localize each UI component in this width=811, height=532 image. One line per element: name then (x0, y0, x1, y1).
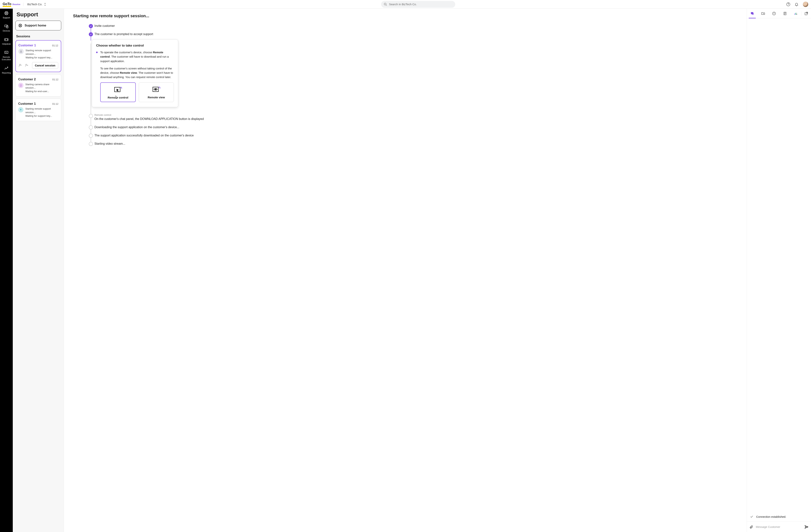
message-bar (747, 521, 811, 532)
option-label: Remote control (108, 96, 128, 99)
search-input[interactable]: Search in BizTech Co. (381, 1, 455, 8)
session-time: 01:12 (52, 78, 58, 81)
step-label: On the customer's chat panel, the DOWNLO… (94, 117, 738, 121)
rail-item-remote-execution[interactable]: Remote Execution (0, 50, 13, 61)
send-icon[interactable] (804, 525, 808, 529)
timeline-step: Invite customer (89, 24, 738, 32)
rail-item-devices[interactable]: Devices (0, 24, 13, 32)
step-label: Starting video stream... (94, 141, 738, 146)
attachment-icon[interactable] (749, 525, 753, 529)
session-name: Customer 1 (18, 44, 36, 47)
page-title: Starting new remote support session... (73, 14, 738, 18)
timeline-step-active: Choose whether to take control To operat… (89, 40, 738, 113)
chevron-updown-icon (44, 3, 46, 6)
timeline-step: The customer is prompted to accept suppo… (89, 32, 738, 40)
pending-dot-icon (89, 125, 93, 129)
tab-notes[interactable] (779, 9, 790, 18)
tab-info[interactable] (768, 9, 779, 18)
support-icon (4, 11, 9, 15)
svg-rect-22 (795, 14, 795, 15)
session-avatar (18, 107, 24, 112)
remote-control-option[interactable]: Remote control (100, 82, 136, 102)
svg-point-2 (788, 5, 789, 5)
message-input[interactable] (756, 525, 801, 529)
svg-point-10 (20, 25, 21, 26)
session-card[interactable]: Customer 1 01:12 Starting remote support… (15, 40, 61, 72)
org-switcher[interactable]: BizTech Co. (23, 3, 50, 6)
info-icon (772, 12, 776, 16)
svg-rect-5 (5, 25, 7, 27)
search-icon (384, 3, 387, 6)
support-home-button[interactable]: Support home (15, 21, 61, 30)
step-mini: Remote control: (94, 113, 738, 116)
tab-metrics[interactable] (790, 9, 801, 18)
session-time: 01:12 (52, 44, 58, 47)
svg-point-18 (155, 89, 156, 90)
chat-icon (750, 12, 754, 16)
main-content: Starting new remote support session... I… (64, 0, 747, 532)
check-icon (89, 24, 93, 28)
rail-item-helpdesk[interactable]: Helpdesk (0, 37, 13, 45)
logo-text: GoTo (3, 2, 11, 6)
remote-view-option[interactable]: Remote view (139, 82, 174, 102)
popout-button[interactable] (801, 12, 811, 16)
svg-point-11 (20, 50, 21, 51)
choose-control-card: Choose whether to take control To operat… (92, 40, 178, 107)
choose-text: To operate the customer's device, choose… (100, 50, 174, 102)
search-wrap: Search in BizTech Co. (50, 1, 786, 8)
step-label: The support application successfully dow… (94, 133, 738, 138)
option-label: Remote view (148, 96, 165, 99)
rail-label: Support (3, 16, 10, 19)
notes-icon (783, 12, 787, 16)
header-actions (786, 1, 808, 7)
tab-chat[interactable] (747, 9, 758, 18)
check-icon (750, 515, 753, 518)
svg-point-12 (19, 64, 20, 65)
metrics-icon (794, 12, 798, 16)
cancel-session-button[interactable]: Cancel session (32, 62, 58, 69)
product-suffix: Resolve (12, 3, 20, 5)
session-line1: Starting camera share session... (25, 83, 58, 90)
rail-label: Helpdesk (2, 43, 11, 45)
sidebar-title: Support (15, 11, 61, 18)
helpdesk-icon (4, 37, 9, 42)
session-avatar (18, 83, 24, 88)
right-tabs (747, 9, 811, 18)
remote-exec-icon (4, 50, 9, 55)
cursor-icon (114, 95, 118, 99)
rail-item-reporting[interactable]: Reporting (0, 66, 13, 74)
user-avatar[interactable] (803, 1, 808, 7)
sidebar: Support Support home Sessions Customer 1… (13, 0, 64, 532)
session-line1: Starting remote support session... (26, 49, 58, 56)
support-home-icon (18, 24, 22, 28)
check-icon (89, 32, 93, 36)
nav-rail: Support Devices Helpdesk Remote Executio… (0, 0, 13, 532)
session-timeline: Invite customer The customer is prompted… (89, 24, 738, 150)
session-line2: Waiting for support key... (25, 114, 58, 118)
svg-point-0 (384, 3, 386, 5)
panel-body (747, 18, 811, 512)
add-participant-icon[interactable] (18, 63, 22, 67)
right-panel: Connection established. (747, 0, 811, 532)
svg-point-25 (797, 13, 797, 13)
reporting-icon (4, 66, 9, 71)
tab-files[interactable] (758, 9, 768, 18)
support-home-label: Support home (25, 24, 46, 27)
sessions-heading: Sessions (15, 33, 61, 40)
help-icon[interactable] (786, 2, 790, 6)
rail-item-support[interactable]: Support (0, 11, 13, 19)
timeline-step: Remote control: On the customer's chat p… (89, 113, 738, 125)
connection-text: Connection established. (756, 515, 786, 518)
bell-icon[interactable] (795, 2, 799, 6)
product-logo[interactable]: GoTo Resolve (3, 2, 20, 6)
org-name: BizTech Co. (27, 3, 42, 6)
transfer-icon[interactable] (25, 63, 29, 67)
svg-point-20 (774, 13, 774, 13)
session-card[interactable]: Customer 1 01:12 Starting remote support… (15, 99, 61, 121)
session-card[interactable]: Customer 2 01:12 Starting camera share s… (15, 74, 61, 97)
pending-dot-icon (89, 134, 93, 138)
popout-icon (804, 12, 808, 16)
svg-point-13 (26, 64, 27, 65)
remote-control-icon (114, 86, 122, 94)
connection-status: Connection established. (747, 512, 811, 521)
